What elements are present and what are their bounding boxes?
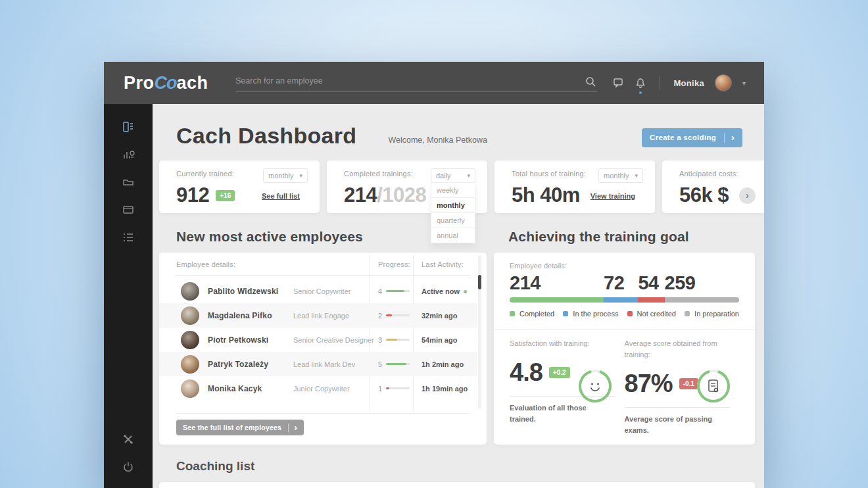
chevron-right-icon: [746, 191, 749, 201]
period-dropdown[interactable]: monthly▾: [263, 168, 308, 183]
period-dropdown[interactable]: monthly▾: [598, 168, 643, 183]
progress-value: 5: [378, 360, 382, 368]
coaching-list-title: Coaching list: [176, 459, 764, 474]
segment-value: 214: [510, 272, 541, 294]
employee-name: Patryk Tozależy: [208, 360, 268, 369]
sidebar-item-dashboard[interactable]: [122, 120, 135, 134]
stat-value: 56k $: [679, 183, 729, 207]
app-window: ProCoach Monika ▾: [104, 62, 764, 488]
sidebar-item-folders[interactable]: [122, 176, 135, 189]
legend-swatch: [563, 311, 568, 316]
last-activity: Active now: [422, 287, 467, 295]
segment-value: 54: [638, 272, 658, 294]
legend-item: In preparation: [685, 310, 739, 318]
create-scolding-button[interactable]: Create a scolding: [642, 128, 742, 147]
progress-bar: [386, 339, 410, 341]
column-header-progress: Progress:: [378, 260, 410, 268]
stat-card-currently-trained: Currently trained: monthly▾ 912 +16 See …: [159, 160, 320, 213]
employee-rows: Pablito Widzewski Senior Copywriter 4 Ac…: [159, 279, 477, 401]
stat-card-anticipated-costs: Anticipated costs: monthly▾ 56k $: [662, 160, 764, 213]
panel-divider: [494, 329, 755, 330]
scrollbar-thumb[interactable]: [478, 275, 481, 289]
stat-card-completed-trainings: Completed trainings: daily▾ weekly month…: [327, 160, 487, 213]
expand-costs-button[interactable]: [739, 187, 756, 204]
satisfaction-label: Satisfaction with training:: [510, 338, 625, 349]
avatar: [181, 306, 199, 325]
chevron-right-icon: [294, 423, 297, 432]
column-header-activity: Last Activity:: [422, 260, 464, 268]
chevron-right-icon: [731, 133, 735, 142]
period-dropdown-open[interactable]: daily▾: [431, 168, 475, 183]
table-row[interactable]: Piotr Petkowski Senior Creative Designer…: [159, 328, 477, 352]
notifications-icon[interactable]: [635, 77, 646, 89]
table-row[interactable]: Pablito Widzewski Senior Copywriter 4 Ac…: [159, 279, 477, 303]
sidebar-item-list[interactable]: [122, 231, 135, 244]
stat-card-total-hours: Total hours of training: monthly▾ 5h 40m…: [494, 160, 655, 213]
last-activity: 1h 19min ago: [422, 385, 468, 393]
dropdown-option[interactable]: annual: [431, 228, 475, 243]
top-bar: ProCoach Monika ▾: [104, 62, 764, 104]
logo[interactable]: ProCoach: [124, 73, 208, 93]
avatar: [181, 331, 199, 349]
table-row[interactable]: Monika Kacyk Junior Copywriter 1 1h 19mi…: [159, 376, 477, 401]
search-bar: [235, 71, 597, 91]
sidebar-item-statistics[interactable]: [122, 148, 135, 161]
dropdown-option[interactable]: quarterly: [431, 212, 475, 228]
dropdown-option-selected[interactable]: monthly: [431, 197, 475, 212]
progress-value: 1: [378, 385, 382, 393]
employee-role: Lead link Engage: [293, 312, 349, 320]
user-avatar[interactable]: [715, 74, 732, 91]
last-activity: 1h 2min ago: [422, 360, 464, 368]
view-training-link[interactable]: View training: [591, 192, 635, 200]
sidebar: [104, 104, 153, 488]
sidebar-item-browser[interactable]: [122, 203, 135, 216]
goal-label: Employee details:: [510, 262, 739, 270]
table-row[interactable]: Magdalena Pifko Lead link Engage 2 32min…: [159, 303, 477, 328]
logout-power-icon[interactable]: [122, 460, 135, 474]
dropdown-option[interactable]: weekly: [431, 182, 475, 197]
satisfaction-caption: Evaluation of all those trained.: [510, 403, 607, 424]
segment-value: 72: [604, 272, 624, 294]
search-input[interactable]: [235, 71, 597, 91]
settings-tools-icon[interactable]: [122, 433, 135, 446]
stat-value-current: 214: [344, 183, 377, 207]
see-full-employee-list-button[interactable]: See the full list of employees: [176, 420, 304, 435]
legend-item: Completed: [510, 310, 554, 318]
period-dropdown-menu: weekly monthly quarterly annual: [431, 182, 475, 243]
chevron-down-icon[interactable]: ▾: [742, 80, 746, 87]
page-header: Cach Dashboard Welcome, Monika Petkowa C…: [159, 121, 764, 150]
training-goal-card: Employee details: 214 72 54 259 Complete…: [494, 253, 755, 445]
page-title: Cach Dashboard: [176, 123, 356, 149]
stat-value-total: 1028: [382, 183, 426, 207]
coaching-list-card: [159, 482, 755, 488]
see-full-list-link[interactable]: See full list: [262, 192, 300, 200]
notification-dot: [639, 91, 642, 94]
divider: [625, 407, 731, 408]
progress-bar: [386, 290, 410, 292]
employee-name: Magdalena Pifko: [208, 311, 272, 320]
avg-score-caption: Average score of passing exams.: [625, 414, 722, 435]
chevron-down-icon: ▾: [635, 172, 638, 179]
chevron-down-icon: ▾: [467, 172, 470, 179]
employee-role: Junior Copywriter: [293, 385, 350, 393]
satisfaction-value: 4.8: [510, 358, 542, 387]
satisfaction-ring-smiley-icon: [577, 368, 613, 404]
progress-value: 4: [378, 287, 382, 295]
stat-value: 5h 40m: [512, 183, 580, 207]
legend-item: In the process: [563, 310, 618, 318]
progress-bar: [386, 363, 410, 365]
legend-swatch: [510, 311, 515, 316]
welcome-text: Welcome, Monika Petkowa: [388, 135, 487, 145]
avg-score-ring-document-icon: [696, 368, 731, 404]
value-separator: /: [377, 183, 382, 207]
table-row[interactable]: Patryk Tozależy Lead link Mark Dev 5 1h …: [159, 352, 477, 376]
avg-score-block: Average score obtained from training: 87…: [625, 338, 740, 435]
search-icon[interactable]: [585, 76, 596, 87]
active-status-dot: [464, 290, 467, 293]
footer-divider: [176, 413, 470, 414]
messages-icon[interactable]: [612, 77, 624, 89]
employees-table-card: Employee details: Progress: Last Activit…: [159, 253, 487, 445]
stat-value: 912: [176, 183, 209, 207]
employee-role: Senior Copywriter: [293, 287, 350, 295]
avatar: [181, 355, 199, 374]
